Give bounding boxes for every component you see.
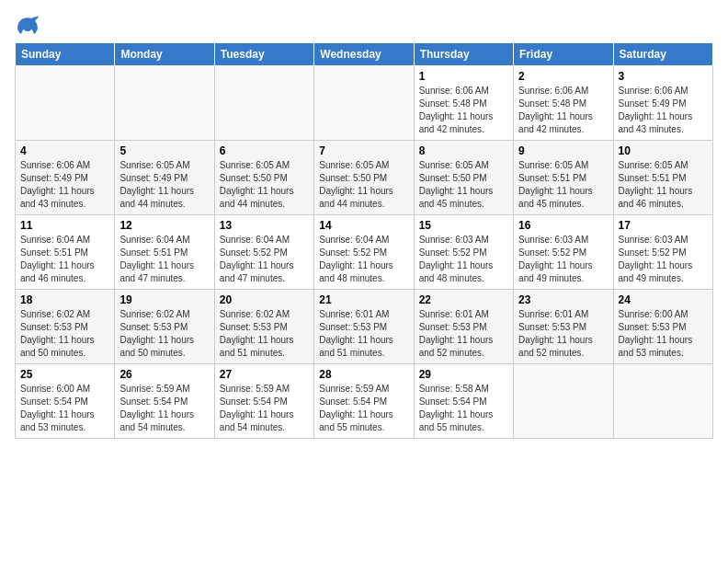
calendar-cell: 18Sunrise: 6:02 AMSunset: 5:53 PMDayligh… xyxy=(16,290,115,364)
calendar-cell xyxy=(314,66,414,141)
day-info: Sunrise: 6:05 AM xyxy=(119,159,209,172)
day-info: Daylight: 11 hours and 50 minutes. xyxy=(119,334,209,360)
calendar-cell xyxy=(16,66,115,141)
calendar-cell: 20Sunrise: 6:02 AMSunset: 5:53 PMDayligh… xyxy=(214,290,313,364)
day-info: Daylight: 11 hours and 52 minutes. xyxy=(419,334,508,360)
day-info: Sunset: 5:54 PM xyxy=(20,396,109,408)
day-info: Sunrise: 5:59 AM xyxy=(319,383,408,396)
day-number: 17 xyxy=(619,219,708,232)
day-info: Sunrise: 6:04 AM xyxy=(20,234,109,247)
calendar-cell: 10Sunrise: 6:05 AMSunset: 5:51 PMDayligh… xyxy=(613,141,712,215)
day-info: Sunrise: 6:01 AM xyxy=(319,308,408,321)
day-info: Daylight: 11 hours and 49 minutes. xyxy=(619,259,708,285)
day-info: Sunrise: 6:02 AM xyxy=(119,308,209,321)
calendar-cell: 28Sunrise: 5:59 AMSunset: 5:54 PMDayligh… xyxy=(314,364,414,439)
day-info: Sunrise: 5:59 AM xyxy=(220,383,309,396)
day-info: Sunset: 5:49 PM xyxy=(619,98,708,110)
day-info: Daylight: 11 hours and 42 minutes. xyxy=(419,110,508,136)
calendar-week-row: 4Sunrise: 6:06 AMSunset: 5:49 PMDaylight… xyxy=(16,141,713,215)
weekday-header: Friday xyxy=(514,43,613,66)
day-info: Daylight: 11 hours and 48 minutes. xyxy=(419,259,508,285)
calendar-cell: 2Sunrise: 6:06 AMSunset: 5:48 PMDaylight… xyxy=(514,66,613,141)
calendar-cell: 24Sunrise: 6:00 AMSunset: 5:53 PMDayligh… xyxy=(613,290,712,364)
day-info: Sunrise: 6:06 AM xyxy=(619,85,708,98)
day-number: 24 xyxy=(619,293,708,306)
calendar-cell: 9Sunrise: 6:05 AMSunset: 5:51 PMDaylight… xyxy=(514,141,613,215)
day-info: Sunset: 5:53 PM xyxy=(319,321,408,334)
weekday-header: Saturday xyxy=(613,43,712,66)
calendar-cell: 1Sunrise: 6:06 AMSunset: 5:48 PMDaylight… xyxy=(414,66,513,141)
day-info: Sunset: 5:49 PM xyxy=(119,172,209,185)
day-number: 18 xyxy=(20,293,109,306)
day-info: Sunrise: 6:06 AM xyxy=(518,85,608,98)
weekday-header: Sunday xyxy=(16,43,115,66)
logo-icon xyxy=(15,15,40,35)
day-number: 29 xyxy=(419,368,508,381)
calendar-cell: 3Sunrise: 6:06 AMSunset: 5:49 PMDaylight… xyxy=(613,66,712,141)
day-info: Sunrise: 6:01 AM xyxy=(518,308,608,321)
day-info: Sunset: 5:51 PM xyxy=(518,172,608,185)
day-number: 1 xyxy=(419,70,508,83)
day-info: Daylight: 11 hours and 43 minutes. xyxy=(20,185,109,211)
day-info: Daylight: 11 hours and 51 minutes. xyxy=(319,334,408,360)
weekday-header: Thursday xyxy=(414,43,513,66)
calendar-cell xyxy=(613,364,712,439)
calendar-cell: 17Sunrise: 6:03 AMSunset: 5:52 PMDayligh… xyxy=(613,215,712,290)
day-info: Sunrise: 6:01 AM xyxy=(419,308,508,321)
day-number: 27 xyxy=(220,368,309,381)
day-info: Sunrise: 6:03 AM xyxy=(518,234,608,247)
day-info: Daylight: 11 hours and 52 minutes. xyxy=(518,334,608,360)
day-info: Sunrise: 6:02 AM xyxy=(220,308,309,321)
calendar-week-row: 11Sunrise: 6:04 AMSunset: 5:51 PMDayligh… xyxy=(16,215,713,290)
calendar-cell xyxy=(115,66,214,141)
day-info: Sunset: 5:53 PM xyxy=(220,321,309,334)
day-number: 21 xyxy=(319,293,408,306)
day-info: Sunrise: 6:05 AM xyxy=(518,159,608,172)
calendar-cell: 26Sunrise: 5:59 AMSunset: 5:54 PMDayligh… xyxy=(115,364,214,439)
day-info: Daylight: 11 hours and 53 minutes. xyxy=(20,408,109,434)
calendar-cell: 5Sunrise: 6:05 AMSunset: 5:49 PMDaylight… xyxy=(115,141,214,215)
calendar-week-row: 25Sunrise: 6:00 AMSunset: 5:54 PMDayligh… xyxy=(16,364,713,439)
day-info: Daylight: 11 hours and 42 minutes. xyxy=(518,110,608,136)
day-info: Daylight: 11 hours and 49 minutes. xyxy=(518,259,608,285)
calendar-cell: 29Sunrise: 5:58 AMSunset: 5:54 PMDayligh… xyxy=(414,364,513,439)
calendar-cell: 22Sunrise: 6:01 AMSunset: 5:53 PMDayligh… xyxy=(414,290,513,364)
weekday-header: Wednesday xyxy=(314,43,414,66)
day-info: Daylight: 11 hours and 51 minutes. xyxy=(220,334,309,360)
day-info: Daylight: 11 hours and 47 minutes. xyxy=(220,259,309,285)
calendar-cell: 27Sunrise: 5:59 AMSunset: 5:54 PMDayligh… xyxy=(214,364,313,439)
day-info: Daylight: 11 hours and 53 minutes. xyxy=(619,334,708,360)
day-info: Sunset: 5:54 PM xyxy=(220,396,309,408)
calendar-cell: 23Sunrise: 6:01 AMSunset: 5:53 PMDayligh… xyxy=(514,290,613,364)
day-info: Sunrise: 6:06 AM xyxy=(20,159,109,172)
calendar-cell xyxy=(214,66,313,141)
day-number: 4 xyxy=(20,144,109,157)
day-number: 13 xyxy=(220,219,309,232)
day-info: Sunrise: 6:05 AM xyxy=(619,159,708,172)
day-number: 5 xyxy=(119,144,209,157)
calendar-cell: 14Sunrise: 6:04 AMSunset: 5:52 PMDayligh… xyxy=(314,215,414,290)
day-info: Daylight: 11 hours and 46 minutes. xyxy=(20,259,109,285)
day-info: Sunset: 5:48 PM xyxy=(419,98,508,110)
day-info: Sunset: 5:54 PM xyxy=(419,396,508,408)
day-info: Sunset: 5:51 PM xyxy=(619,172,708,185)
day-info: Sunset: 5:50 PM xyxy=(419,172,508,185)
day-number: 20 xyxy=(220,293,309,306)
day-number: 19 xyxy=(119,293,209,306)
day-info: Sunrise: 6:06 AM xyxy=(419,85,508,98)
day-info: Sunset: 5:53 PM xyxy=(119,321,209,334)
day-number: 10 xyxy=(619,144,708,157)
day-info: Daylight: 11 hours and 54 minutes. xyxy=(119,408,209,434)
day-info: Sunrise: 5:59 AM xyxy=(119,383,209,396)
calendar-cell: 25Sunrise: 6:00 AMSunset: 5:54 PMDayligh… xyxy=(16,364,115,439)
calendar-cell: 8Sunrise: 6:05 AMSunset: 5:50 PMDaylight… xyxy=(414,141,513,215)
calendar-cell: 6Sunrise: 6:05 AMSunset: 5:50 PMDaylight… xyxy=(214,141,313,215)
day-info: Daylight: 11 hours and 48 minutes. xyxy=(319,259,408,285)
day-info: Sunrise: 6:00 AM xyxy=(619,308,708,321)
calendar-cell: 15Sunrise: 6:03 AMSunset: 5:52 PMDayligh… xyxy=(414,215,513,290)
day-number: 12 xyxy=(119,219,209,232)
day-number: 28 xyxy=(319,368,408,381)
day-info: Sunrise: 6:00 AM xyxy=(20,383,109,396)
day-number: 22 xyxy=(419,293,508,306)
day-info: Daylight: 11 hours and 44 minutes. xyxy=(319,185,408,211)
